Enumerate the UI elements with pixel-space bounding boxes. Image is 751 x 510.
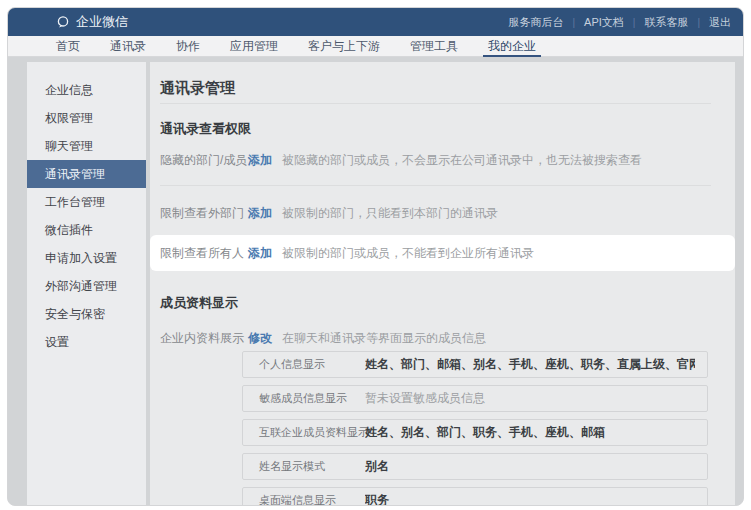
info-label: 桌面端信息显示 — [259, 493, 357, 506]
sidebar-item-chat-management[interactable]: 聊天管理 — [27, 132, 146, 160]
info-value: 姓名、别名、部门、职务、手机、座机、邮箱 — [365, 424, 695, 441]
setting-label: 隐藏的部门/成员 — [160, 152, 248, 169]
info-row-linked-company-profile: 互联企业成员资料显示 姓名、别名、部门、职务、手机、座机、邮箱 — [242, 419, 708, 446]
info-label: 个人信息显示 — [259, 357, 357, 372]
wecom-logo-icon — [56, 15, 70, 29]
add-button[interactable]: 添加 — [248, 205, 272, 222]
wecom-logo-text: 企业微信 — [76, 13, 128, 31]
tab-contacts[interactable]: 通讯录 — [110, 36, 146, 56]
info-row-personal-info-display: 个人信息显示 姓名、部门、邮箱、别名、手机、座机、职务、直属上级、官网、测... — [242, 351, 708, 378]
setting-row-restrict-everyone-highlighted: 限制查看所有人 添加 被限制的部门或成员，不能看到企业所有通讯录 — [150, 235, 735, 271]
tab-collaboration[interactable]: 协作 — [176, 36, 200, 56]
sidebar-item-security-privacy[interactable]: 安全与保密 — [27, 300, 146, 328]
sidebar-item-contacts-management[interactable]: 通讯录管理 — [27, 160, 146, 188]
divider — [160, 185, 711, 186]
info-row-desktop-info-display: 桌面端信息显示 职务 — [242, 487, 708, 506]
link-contact-support[interactable]: 联系客服 — [644, 15, 688, 30]
info-row-name-display-mode: 姓名显示模式 别名 — [242, 453, 708, 480]
topbar-links: 服务商后台 | API文档 | 联系客服 | 退出 — [508, 15, 731, 30]
main-nav: 首页 通讯录 协作 应用管理 客户与上下游 管理工具 我的企业 — [8, 36, 743, 57]
separator: | — [697, 17, 700, 28]
sidebar-item-workbench-management[interactable]: 工作台管理 — [27, 188, 146, 216]
info-value: 姓名、部门、邮箱、别名、手机、座机、职务、直属上级、官网、测... — [365, 356, 695, 373]
link-logout[interactable]: 退出 — [709, 15, 731, 30]
link-provider-console[interactable]: 服务商后台 — [508, 15, 563, 30]
modify-button[interactable]: 修改 — [248, 330, 272, 347]
setting-row-hidden-departments: 隐藏的部门/成员 添加 被隐藏的部门或成员，不会显示在公司通讯录中，也无法被搜索… — [150, 142, 735, 178]
admin-console-window: 企业微信 服务商后台 | API文档 | 联系客服 | 退出 首页 通讯录 协作… — [7, 7, 744, 506]
separator: | — [572, 17, 575, 28]
info-value: 别名 — [365, 458, 695, 475]
add-button[interactable]: 添加 — [248, 245, 272, 262]
sidebar: 企业信息 权限管理 聊天管理 通讯录管理 工作台管理 微信插件 申请加入设置 外… — [27, 62, 146, 506]
setting-row-restrict-other-departments: 限制查看外部门 添加 被限制的部门，只能看到本部门的通讯录 — [150, 195, 735, 231]
info-value: 职务 — [365, 492, 695, 506]
sidebar-item-join-settings[interactable]: 申请加入设置 — [27, 244, 146, 272]
main-content: 通讯录管理 通讯录查看权限 隐藏的部门/成员 添加 被隐藏的部门或成员，不会显示… — [150, 62, 735, 506]
info-label: 敏感成员信息显示 — [259, 391, 357, 406]
tab-admin-tools[interactable]: 管理工具 — [410, 36, 458, 56]
sidebar-item-company-info[interactable]: 企业信息 — [27, 76, 146, 104]
page-title: 通讯录管理 — [160, 80, 725, 96]
setting-label: 限制查看外部门 — [160, 205, 248, 222]
info-label: 互联企业成员资料显示 — [259, 425, 357, 440]
section-heading-view-permissions: 通讯录查看权限 — [160, 121, 735, 137]
setting-label: 限制查看所有人 — [160, 245, 248, 262]
tab-my-company[interactable]: 我的企业 — [488, 36, 536, 56]
section-heading-member-profile-display: 成员资料显示 — [160, 295, 735, 311]
setting-row-internal-profile: 企业内资料展示 修改 在聊天和通讯录等界面显示的成员信息 — [150, 328, 735, 348]
divider — [160, 103, 711, 104]
sidebar-item-wechat-plugin[interactable]: 微信插件 — [27, 216, 146, 244]
separator: | — [633, 17, 636, 28]
tab-customers-updownstream[interactable]: 客户与上下游 — [308, 36, 380, 56]
info-value: 暂未设置敏感成员信息 — [365, 390, 695, 407]
sidebar-item-settings[interactable]: 设置 — [27, 328, 146, 356]
sidebar-item-external-communication[interactable]: 外部沟通管理 — [27, 272, 146, 300]
link-api-docs[interactable]: API文档 — [584, 15, 624, 30]
setting-description: 被限制的部门，只能看到本部门的通讯录 — [282, 205, 498, 222]
page-body: 企业信息 权限管理 聊天管理 通讯录管理 工作台管理 微信插件 申请加入设置 外… — [8, 57, 743, 506]
setting-description: 被隐藏的部门或成员，不会显示在公司通讯录中，也无法被搜索查看 — [282, 152, 642, 169]
info-label: 姓名显示模式 — [259, 459, 357, 474]
topbar: 企业微信 服务商后台 | API文档 | 联系客服 | 退出 — [8, 8, 743, 36]
sidebar-item-permission-management[interactable]: 权限管理 — [27, 104, 146, 132]
add-button[interactable]: 添加 — [248, 152, 272, 169]
wecom-logo[interactable]: 企业微信 — [56, 13, 128, 31]
tab-home[interactable]: 首页 — [56, 36, 80, 56]
setting-description: 被限制的部门或成员，不能看到企业所有通讯录 — [282, 245, 534, 262]
tab-app-management[interactable]: 应用管理 — [230, 36, 278, 56]
setting-label: 企业内资料展示 — [160, 330, 248, 347]
info-row-sensitive-member-info: 敏感成员信息显示 暂未设置敏感成员信息 — [242, 385, 708, 412]
setting-description: 在聊天和通讯录等界面显示的成员信息 — [282, 330, 486, 347]
